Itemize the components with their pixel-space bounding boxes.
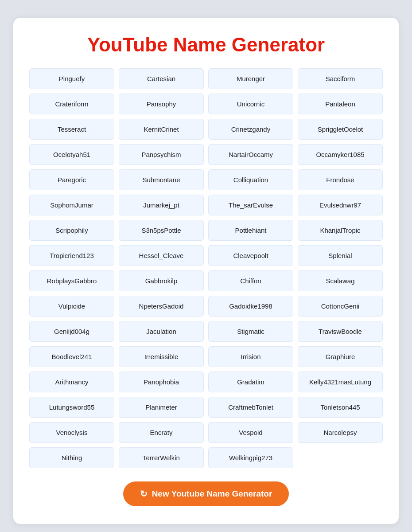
- name-cell: Gradatim: [208, 372, 293, 392]
- name-cell: Unicornic: [208, 94, 293, 114]
- name-cell: Hessel_Cleave: [119, 245, 204, 266]
- name-cell: Chiffon: [208, 270, 293, 291]
- name-cell: RobplaysGabbro: [29, 270, 114, 291]
- name-cell: Murenger: [208, 68, 293, 89]
- name-cell: Crinetzgandy: [208, 119, 293, 140]
- main-card: YouTube Name Generator PinguefyCartesian…: [13, 18, 399, 524]
- name-cell: Tonletson445: [298, 397, 383, 418]
- name-cell: Submontane: [119, 169, 204, 190]
- button-row: ↻ New Youtube Name Generator: [29, 481, 383, 506]
- name-cell: CottoncGenii: [298, 296, 383, 317]
- name-cell: Colliquation: [208, 169, 293, 190]
- name-cell: Kelly4321masLutung: [298, 372, 383, 392]
- name-cell: Venoclysis: [29, 422, 114, 443]
- name-cell: Gabbrokilp: [119, 270, 204, 291]
- name-cell: Irremissible: [119, 346, 204, 367]
- name-cell: Planimeter: [119, 397, 204, 418]
- name-cell: Boodlevel241: [29, 346, 114, 367]
- name-cell: TerrerWelkin: [119, 447, 204, 468]
- name-cell: Pansophy: [119, 94, 204, 114]
- refresh-icon: ↻: [140, 489, 148, 499]
- name-cell: [298, 447, 383, 468]
- name-cell: Nithing: [29, 447, 114, 468]
- name-cell: Graphiure: [298, 346, 383, 367]
- name-cell: Vulpicide: [29, 296, 114, 317]
- name-cell: Occamyker1085: [298, 144, 383, 165]
- name-cell: Narcolepsy: [298, 422, 383, 443]
- name-cell: Panophobia: [119, 372, 204, 392]
- name-cell: Vespoid: [208, 422, 293, 443]
- name-cell: Crateriform: [29, 94, 114, 114]
- name-cell: Welkingpig273: [208, 447, 293, 468]
- name-cell: Gadoidke1998: [208, 296, 293, 317]
- name-cell: Frondose: [298, 169, 383, 190]
- name-cell: Encraty: [119, 422, 204, 443]
- name-cell: NpetersGadoid: [119, 296, 204, 317]
- name-cell: Jumarkej_pt: [119, 195, 204, 215]
- name-cell: Cartesian: [119, 68, 204, 89]
- name-cell: Paregoric: [29, 169, 114, 190]
- name-cell: Stigmatic: [208, 321, 293, 342]
- name-cell: Jaculation: [119, 321, 204, 342]
- name-cell: S3n5psPottle: [119, 220, 204, 241]
- generate-button[interactable]: ↻ New Youtube Name Generator: [123, 481, 289, 506]
- name-cell: TraviswBoodle: [298, 321, 383, 342]
- name-cell: Cleavepoolt: [208, 245, 293, 266]
- name-cell: Arithmancy: [29, 372, 114, 392]
- name-cell: Tropicriend123: [29, 245, 114, 266]
- page-title: YouTube Name Generator: [29, 34, 383, 56]
- name-cell: SophomJumar: [29, 195, 114, 215]
- name-cell: Scripophily: [29, 220, 114, 241]
- name-cell: Ocelotyah51: [29, 144, 114, 165]
- name-cell: Pinguefy: [29, 68, 114, 89]
- name-cell: Irrision: [208, 346, 293, 367]
- name-cell: Pantaleon: [298, 94, 383, 114]
- name-cell: KhanjalTropic: [298, 220, 383, 241]
- name-cell: Geniijd004g: [29, 321, 114, 342]
- generate-button-label: New Youtube Name Generator: [152, 489, 272, 499]
- name-cell: Scalawag: [298, 270, 383, 291]
- name-cell: Tesseract: [29, 119, 114, 140]
- name-cell: Splenial: [298, 245, 383, 266]
- name-cell: Lutungsword55: [29, 397, 114, 418]
- name-cell: The_sarEvulse: [208, 195, 293, 215]
- name-cell: Pottlehiant: [208, 220, 293, 241]
- name-cell: SpriggletOcelot: [298, 119, 383, 140]
- name-cell: NartairOccamy: [208, 144, 293, 165]
- name-cell: Evulsednwr97: [298, 195, 383, 215]
- name-cell: Panpsychism: [119, 144, 204, 165]
- names-grid: PinguefyCartesianMurengerSacciformCrater…: [29, 68, 383, 468]
- name-cell: Sacciform: [298, 68, 383, 89]
- name-cell: CraftmebTonlet: [208, 397, 293, 418]
- name-cell: KernitCrinet: [119, 119, 204, 140]
